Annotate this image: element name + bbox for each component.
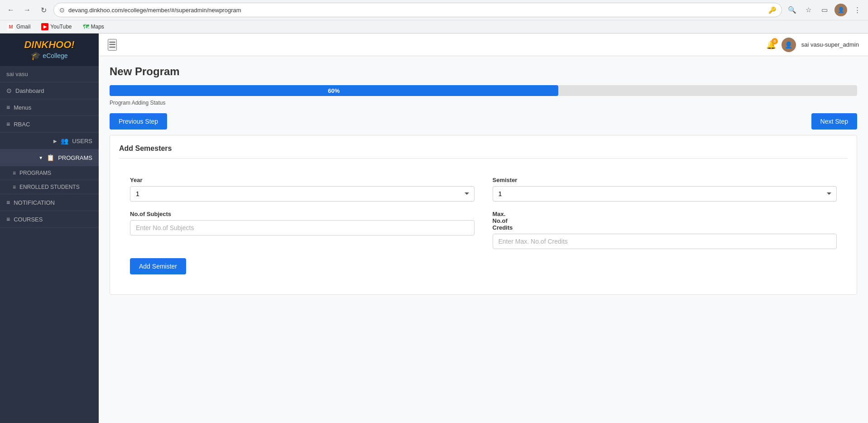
sidebar-enrolled-label: ENROLLED STUDENTS: [19, 184, 80, 190]
hamburger-button[interactable]: ☰: [108, 39, 117, 51]
menus-icon: ≡: [6, 104, 10, 111]
subjects-input[interactable]: [130, 220, 475, 236]
reload-button[interactable]: ↻: [37, 4, 50, 16]
sidebar-logo: DINKHOO! 🎓 eCollege: [0, 34, 99, 66]
progress-bar: 60%: [110, 85, 558, 96]
browser-chrome: ← → ↻ ⊙ devang.dinkhoo.com/ecollege/memb…: [0, 0, 868, 34]
sidebar-courses-label: COURSES: [14, 216, 43, 223]
bookmark-gmail[interactable]: M Gmail: [5, 22, 32, 31]
form-row-subjects-credits: No.of Subjects Max.No.ofCredits: [130, 211, 837, 249]
sidebar-item-users[interactable]: ▶ 👥 USERS: [0, 133, 99, 149]
sidebar: DINKHOO! 🎓 eCollege sai vasu ⊙ Dashboard…: [0, 34, 99, 423]
programs-sub-icon: ≡: [13, 170, 16, 176]
progress-status-label: Program Adding Status: [110, 100, 857, 106]
menu-button[interactable]: ⋮: [851, 4, 863, 16]
subjects-label: No.of Subjects: [130, 211, 475, 217]
form-section: Year 1 2 3 4 Semister: [119, 166, 848, 285]
user-avatar[interactable]: 👤: [782, 38, 796, 52]
bookmarks-bar: M Gmail ▶ YouTube 🗺 Maps: [0, 20, 868, 33]
url-text: devang.dinkhoo.com/ecollege/member/#/sup…: [68, 7, 765, 14]
form-row-year-semister: Year 1 2 3 4 Semister: [130, 177, 837, 202]
previous-step-button[interactable]: Previous Step: [110, 113, 167, 130]
user-name-label: sai vasu-super_admin: [801, 41, 859, 48]
sidebar-notification-label: NOTIFICATION: [14, 199, 55, 206]
add-semesters-card: Add Semesters Year 1 2 3 4: [110, 135, 857, 295]
maps-label: Maps: [91, 24, 104, 30]
sidebar-item-notification[interactable]: ≡ NOTIFICATION: [0, 194, 99, 211]
topbar-right: 🔔 8 👤 sai vasu-super_admin: [766, 38, 859, 52]
semister-label: Semister: [493, 177, 837, 183]
users-chevron-icon: ▶: [53, 139, 57, 144]
credits-input[interactable]: [493, 234, 837, 249]
form-group-year: Year 1 2 3 4: [130, 177, 475, 202]
rbac-icon: ≡: [6, 120, 10, 128]
users-icon: 👥: [61, 137, 68, 144]
sidebar-item-menus[interactable]: ≡ Menus: [0, 99, 99, 116]
search-icon-button[interactable]: 🔍: [786, 4, 798, 16]
gmail-label: Gmail: [16, 24, 30, 30]
sidebar-item-rbac[interactable]: ≡ RBAC: [0, 116, 99, 133]
profile-avatar[interactable]: 👤: [834, 4, 847, 16]
sidebar-rbac-label: RBAC: [14, 121, 30, 128]
bookmark-maps[interactable]: 🗺 Maps: [81, 22, 106, 31]
add-semesters-heading: Add Semesters: [119, 144, 848, 159]
graduation-cap-icon: 🎓: [31, 51, 41, 61]
dashboard-icon: ⊙: [6, 87, 12, 94]
sidebar-programs-sub-label: PROGRAMS: [19, 170, 51, 176]
address-bar[interactable]: ⊙ devang.dinkhoo.com/ecollege/member/#/s…: [53, 3, 782, 17]
logo-sub: 🎓 eCollege: [31, 51, 67, 61]
maps-icon: 🗺: [83, 23, 89, 30]
toolbar-icons: 🔍 ☆ ▭ 👤 ⋮: [786, 4, 863, 16]
topbar: ☰ 🔔 8 👤 sai vasu-super_admin: [99, 34, 868, 56]
sidebar-toggle-button[interactable]: ▭: [818, 4, 831, 16]
gmail-icon: M: [7, 23, 14, 30]
courses-icon: ≡: [6, 216, 10, 223]
main-content: ☰ 🔔 8 👤 sai vasu-super_admin New Program…: [99, 34, 868, 423]
progress-container: 60%: [110, 85, 857, 96]
sidebar-dashboard-label: Dashboard: [15, 87, 44, 94]
back-button[interactable]: ←: [5, 4, 17, 16]
year-label: Year: [130, 177, 475, 183]
notification-badge: 8: [772, 38, 778, 44]
notification-button[interactable]: 🔔 8: [766, 40, 776, 50]
sidebar-item-programs[interactable]: ▼ 📋 PROGRAMS: [0, 149, 99, 166]
next-step-button[interactable]: Next Step: [811, 113, 857, 130]
bookmark-star-button[interactable]: ☆: [802, 4, 815, 16]
year-select[interactable]: 1 2 3 4: [130, 186, 475, 202]
form-group-subjects: No.of Subjects: [130, 211, 475, 249]
add-semister-button[interactable]: Add Semister: [130, 258, 186, 274]
logo-sub-text: eCollege: [43, 52, 67, 59]
programs-icon: 📋: [47, 154, 54, 161]
programs-chevron-icon: ▼: [38, 155, 43, 160]
app-container: DINKHOO! 🎓 eCollege sai vasu ⊙ Dashboard…: [0, 34, 868, 423]
form-group-credits: Max.No.ofCredits: [493, 211, 837, 249]
add-semister-row: Add Semister: [130, 258, 837, 274]
sidebar-users-label: USERS: [72, 138, 92, 144]
credits-label: Max.No.ofCredits: [493, 211, 837, 231]
page-title: New Program: [110, 65, 857, 78]
sidebar-menus-label: Menus: [14, 104, 31, 111]
form-group-semister: Semister 1 2 3 4: [493, 177, 837, 202]
page-content: New Program 60% Program Adding Status Pr…: [99, 56, 868, 423]
logo-text: DINKHOO!: [24, 39, 74, 51]
notification-icon: ≡: [6, 199, 10, 206]
semister-select[interactable]: 1 2 3 4: [493, 186, 837, 202]
step-buttons: Previous Step Next Step: [110, 113, 857, 130]
youtube-icon: ▶: [41, 23, 48, 30]
sidebar-username: sai vasu: [0, 66, 99, 82]
progress-percent: 60%: [328, 87, 340, 94]
sidebar-item-courses[interactable]: ≡ COURSES: [0, 211, 99, 228]
browser-toolbar: ← → ↻ ⊙ devang.dinkhoo.com/ecollege/memb…: [0, 0, 868, 20]
sidebar-programs-label: PROGRAMS: [58, 154, 92, 161]
forward-button[interactable]: →: [21, 4, 34, 16]
youtube-label: YouTube: [50, 24, 72, 30]
bookmark-youtube[interactable]: ▶ YouTube: [39, 22, 73, 31]
sidebar-subitem-programs[interactable]: ≡ PROGRAMS: [0, 166, 99, 180]
enrolled-icon: ≡: [13, 184, 16, 190]
sidebar-subitem-enrolled-students[interactable]: ≡ ENROLLED STUDENTS: [0, 180, 99, 194]
sidebar-item-dashboard[interactable]: ⊙ Dashboard: [0, 82, 99, 99]
